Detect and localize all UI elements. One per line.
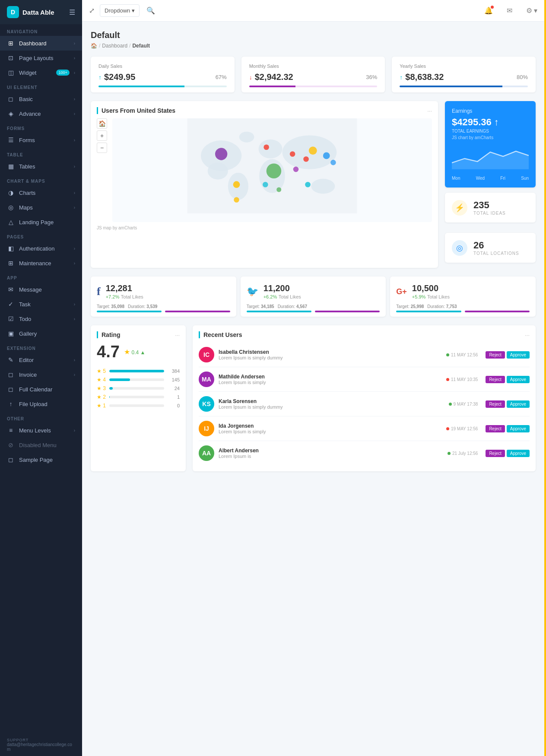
svg-point-19 [305,182,311,187]
notifications-icon[interactable]: 🔔 [484,6,493,15]
section-navigation: NAVIGATION [0,24,82,36]
sidebar-item-invoice[interactable]: ◻ Invoice › [0,367,82,382]
recent-users-menu-icon[interactable]: ··· [525,332,530,338]
sidebar-item-forms[interactable]: ☰ Forms › [0,133,82,147]
earnings-days: Mon Wed Fri Sun [452,176,529,181]
sidebar-item-menulevels[interactable]: ≡ Menu Levels › [0,423,82,438]
user-name: Isabella Christensen [219,349,442,355]
logo-icon: D [7,6,19,18]
user-actions: Reject Approve [486,351,530,359]
dropdown-arrow-icon: ▾ [132,7,135,14]
googleplus-icon: G+ [396,287,407,296]
user-name: Ida Jorgensen [219,423,442,429]
auth-icon: ◧ [7,245,15,252]
svg-point-10 [233,181,240,188]
map-zoom-out-button[interactable]: − [97,143,107,153]
stat-monthly-bar [249,86,378,87]
stat-daily-value: ↑ $249.95 [98,72,135,82]
breadcrumb-dashboard[interactable]: Dashboard [102,43,127,49]
sidebar-item-landing[interactable]: △ Landing Page [0,215,82,229]
approve-button[interactable]: Approve [507,425,530,432]
earnings-sub-label: TOTAL EARNINGS [452,129,529,133]
user-actions: Reject Approve [486,376,530,383]
total-locations-card: ◎ 26 TOTAL LOCATIONS [445,233,536,263]
user-info: Mathilde Andersen Lorem Ipsum is simply [219,374,442,385]
approve-button[interactable]: Approve [507,351,530,359]
user-meta: 21 July 12:56 [448,451,478,456]
rating-bar-row: ★ 4 145 [97,377,180,383]
map-zoom-in-button[interactable]: + [97,130,107,141]
earnings-chart-label: JS chart by amCharts [452,135,529,140]
social-row: f 12,281 +7.2% Total Likes Target: 35,09… [91,276,536,317]
total-ideas-card: ⚡ 235 TOTAL IDEAS [445,193,536,222]
dropdown-button[interactable]: Dropdown ▾ [100,4,140,17]
stat-yearly-bar [400,86,528,87]
sidebar-item-auth[interactable]: ◧ Authentication › [0,241,82,256]
approve-button[interactable]: Approve [507,400,530,408]
search-icon[interactable]: 🔍 [146,6,155,15]
stat-card-daily: Daily Sales ↑ $249.95 67% [91,57,235,92]
rating-menu-icon[interactable]: ··· [175,332,180,338]
samplepage-icon: ◻ [7,456,15,463]
location-icon: ◎ [452,240,467,256]
sidebar-item-maintenance[interactable]: ⊞ Maintenance › [0,256,82,270]
user-info: Isabella Christensen Lorem Ipsum is simp… [219,349,442,360]
menu-toggle-icon[interactable]: ☰ [69,8,75,16]
stat-yearly-value: ↑ $8,638.32 [400,72,444,82]
support-label: SUPPORT [7,738,75,742]
map-card-title: Users From United States [97,107,175,114]
sidebar-item-advance[interactable]: ◈ Advance › [0,106,82,121]
sidebar-item-basic[interactable]: ◻ Basic › [0,92,82,106]
sidebar-item-charts[interactable]: ◑ Charts › [0,185,82,200]
sidebar-item-page-layouts[interactable]: ⊡ Page Layouts › [0,51,82,65]
approve-button[interactable]: Approve [507,376,530,383]
rating-count: 1 [168,394,180,400]
expand-icon[interactable]: ⤢ [89,6,95,15]
rating-bar-bg [109,404,164,407]
earnings-day-wed: Wed [476,176,485,181]
reject-button[interactable]: Reject [486,425,505,432]
settings-icon[interactable]: ⚙ ▾ [526,6,537,15]
svg-point-2 [208,162,228,179]
twitter-total-label: Total Likes [279,294,301,299]
star-label: ★ 4 [97,377,106,383]
sidebar-item-dashboard[interactable]: ⊞ Dashboard › [0,36,82,51]
map-home-button[interactable]: 🏠 [97,118,107,129]
mail-icon[interactable]: ✉ [507,6,512,15]
social-card-twitter: 🐦 11,200 +6.2% Total Likes Target: 34,18… [241,276,386,317]
fb-bar-purple [165,311,230,312]
user-row: IC Isabella Christensen Lorem Ipsum is s… [199,343,530,367]
sidebar-item-fileupload[interactable]: ↑ File Upload [0,397,82,411]
stat-card-monthly: Monthly Sales ↓ $2,942.32 36% [241,57,385,92]
reject-button[interactable]: Reject [486,376,505,383]
sidebar-item-fullcalendar[interactable]: ◻ Full Calendar [0,382,82,397]
sidebar-item-todo[interactable]: ☑ Todo › [0,311,82,326]
user-actions: Reject Approve [486,425,530,432]
map-menu-icon[interactable]: ··· [427,108,432,114]
sidebar-item-samplepage[interactable]: ◻ Sample Page [0,452,82,467]
sidebar-item-tables[interactable]: ▦ Tables › [0,159,82,174]
section-pages: PAGES [0,229,82,241]
todo-icon: ☑ [7,315,15,322]
user-desc: Lorem Ipsum is simply dummy [219,355,442,360]
sidebar-item-task[interactable]: ✓ Task › [0,297,82,311]
sidebar-item-message[interactable]: ✉ Message [0,282,82,297]
reject-button[interactable]: Reject [486,450,505,457]
reject-button[interactable]: Reject [486,400,505,408]
arrow-icon: › [74,70,75,75]
stat-yearly-pct: 80% [517,74,528,80]
gp-bar-cyan [396,311,461,312]
stat-monthly-value: ↓ $2,942.32 [249,72,293,82]
user-name: Mathilde Andersen [219,374,442,380]
sidebar-item-widget[interactable]: ◫ Widget 100+ › [0,65,82,80]
approve-button[interactable]: Approve [507,450,530,457]
rating-bar-row: ★ 5 384 [97,368,180,374]
sidebar-item-editor[interactable]: ✎ Editor › [0,353,82,367]
stat-card-yearly: Yearly Sales ↑ $8,638.32 80% [392,57,536,92]
reject-button[interactable]: Reject [486,351,505,359]
sidebar-item-gallery[interactable]: ▣ Gallery [0,326,82,341]
landing-icon: △ [7,219,15,226]
notification-dot [491,6,494,9]
sidebar-item-maps[interactable]: ◎ Maps › [0,200,82,215]
twitter-pct: +6.2% [263,294,277,299]
